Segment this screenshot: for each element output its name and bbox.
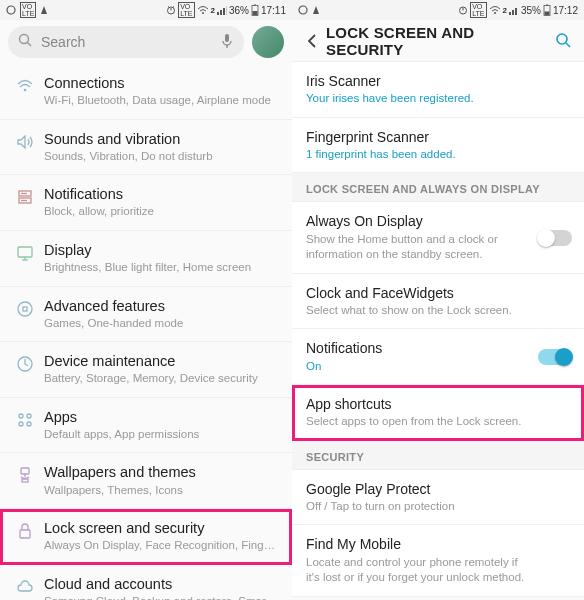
battery-percent: 36% xyxy=(229,5,249,16)
setting-item[interactable]: Fingerprint Scanner1 fingerprint has bee… xyxy=(292,118,584,174)
circle-icon xyxy=(298,5,308,15)
section-header: LOCK SCREEN AND ALWAYS ON DISPLAY xyxy=(292,173,584,202)
alarm-icon xyxy=(166,5,176,15)
settings-row-display[interactable]: DisplayBrightness, Blue light filter, Ho… xyxy=(0,231,292,287)
search-row: Search xyxy=(0,20,292,64)
circle-icon xyxy=(6,5,16,15)
item-title: Google Play Protect xyxy=(306,480,570,498)
row-subtitle: Wi-Fi, Bluetooth, Data usage, Airplane m… xyxy=(44,93,280,109)
setting-item[interactable]: Clock and FaceWidgetsSelect what to show… xyxy=(292,274,584,330)
svg-rect-8 xyxy=(220,10,222,15)
item-subtitle: Locate and control your phone remotely i… xyxy=(306,555,570,586)
lock-icon xyxy=(10,519,40,541)
lock-screen-security-pane: VOLTE 2 35% 17:12 LOCK SCREEN AND SECURI… xyxy=(292,0,584,600)
item-subtitle: Select apps to open from the Lock screen… xyxy=(306,414,570,430)
row-subtitle: Brightness, Blue light filter, Home scre… xyxy=(44,260,280,276)
page-title: LOCK SCREEN AND SECURITY xyxy=(326,24,550,58)
svg-point-38 xyxy=(299,6,307,14)
item-title: Fingerprint Scanner xyxy=(306,128,570,146)
svg-point-32 xyxy=(27,422,31,426)
row-title: Notifications xyxy=(44,185,280,203)
svg-rect-33 xyxy=(21,468,29,474)
settings-row-lock[interactable]: Lock screen and securityAlways On Displa… xyxy=(0,509,292,565)
connections-icon xyxy=(10,74,40,96)
triangle-icon xyxy=(40,5,48,15)
settings-row-cloud[interactable]: Cloud and accountsSamsung Cloud, Backup … xyxy=(0,565,292,600)
mic-icon[interactable] xyxy=(220,33,234,52)
profile-avatar[interactable] xyxy=(252,26,284,58)
svg-point-31 xyxy=(19,422,23,426)
settings-row-apps[interactable]: AppsDefault apps, App permissions xyxy=(0,398,292,454)
search-placeholder: Search xyxy=(41,34,220,50)
security-settings-list: Iris ScannerYour irises have been regist… xyxy=(292,62,584,597)
settings-row-wallpaper[interactable]: Wallpapers and themesWallpapers, Themes,… xyxy=(0,453,292,509)
settings-row-connections[interactable]: ConnectionsWi-Fi, Bluetooth, Data usage,… xyxy=(0,64,292,120)
status-lte-icon: VOLTE xyxy=(178,2,194,18)
svg-marker-39 xyxy=(313,6,319,14)
cloud-icon xyxy=(10,575,40,597)
sim-icon: 2 xyxy=(503,6,507,15)
item-title: Clock and FaceWidgets xyxy=(306,284,570,302)
row-subtitle: Samsung Cloud, Backup and restore, Smart… xyxy=(44,594,280,600)
row-subtitle: Sounds, Vibration, Do not disturb xyxy=(44,149,280,165)
back-button[interactable] xyxy=(300,32,326,50)
item-subtitle: On xyxy=(306,359,570,375)
row-subtitle: Battery, Storage, Memory, Device securit… xyxy=(44,371,280,387)
svg-rect-9 xyxy=(223,8,225,15)
setting-item[interactable]: NotificationsOn xyxy=(292,329,584,385)
item-title: Find My Mobile xyxy=(306,535,570,553)
svg-point-30 xyxy=(27,414,31,418)
battery-icon xyxy=(543,4,551,16)
notifications-icon xyxy=(10,185,40,207)
advanced-icon xyxy=(10,297,40,319)
row-subtitle: Always On Display, Face Recognition, Fin… xyxy=(44,538,280,554)
svg-point-49 xyxy=(557,34,567,44)
row-title: Device maintenance xyxy=(44,352,280,370)
status-bar: VOLTE 2 35% 17:12 xyxy=(292,0,584,20)
svg-point-26 xyxy=(18,302,32,316)
row-title: Sounds and vibration xyxy=(44,130,280,148)
status-bar: VOLTE VOLTE 2 36% 17:11 xyxy=(0,0,292,20)
svg-rect-43 xyxy=(509,12,511,15)
apps-icon xyxy=(10,408,40,430)
svg-rect-16 xyxy=(225,34,229,42)
settings-main-pane: VOLTE VOLTE 2 36% 17:11 Search Connectio… xyxy=(0,0,292,600)
svg-rect-12 xyxy=(254,5,256,6)
settings-row-maintenance[interactable]: Device maintenanceBattery, Storage, Memo… xyxy=(0,342,292,398)
search-input[interactable]: Search xyxy=(8,26,244,58)
status-lte-icon: VOLTE xyxy=(20,2,36,18)
svg-rect-13 xyxy=(252,11,257,15)
setting-item[interactable]: Google Play ProtectOff / Tap to turn on … xyxy=(292,470,584,526)
settings-row-sound[interactable]: Sounds and vibrationSounds, Vibration, D… xyxy=(0,120,292,176)
item-title: App shortcuts xyxy=(306,395,570,413)
setting-item[interactable]: Always On DisplayShow the Home button an… xyxy=(292,202,584,273)
svg-line-50 xyxy=(566,43,570,47)
toggle-switch[interactable] xyxy=(538,230,572,246)
svg-rect-7 xyxy=(217,12,219,15)
svg-rect-10 xyxy=(226,6,227,15)
wifi-icon xyxy=(489,5,501,15)
wallpaper-icon xyxy=(10,463,40,485)
svg-point-6 xyxy=(202,12,204,14)
setting-item[interactable]: Iris ScannerYour irises have been regist… xyxy=(292,62,584,118)
svg-line-15 xyxy=(28,43,32,47)
item-title: Always On Display xyxy=(306,212,570,230)
row-title: Display xyxy=(44,241,280,259)
svg-point-18 xyxy=(24,89,27,92)
setting-item[interactable]: App shortcutsSelect apps to open from th… xyxy=(292,385,584,441)
settings-row-advanced[interactable]: Advanced featuresGames, One-handed mode xyxy=(0,287,292,343)
row-subtitle: Block, allow, prioritize xyxy=(44,204,280,220)
svg-rect-47 xyxy=(546,5,548,6)
row-title: Wallpapers and themes xyxy=(44,463,280,481)
item-subtitle: Show the Home button and a clock or info… xyxy=(306,232,570,263)
row-title: Apps xyxy=(44,408,280,426)
item-title: Iris Scanner xyxy=(306,72,570,90)
settings-row-notifications[interactable]: NotificationsBlock, allow, prioritize xyxy=(0,175,292,231)
toggle-switch[interactable] xyxy=(538,349,572,365)
status-lte-icon: VOLTE xyxy=(470,2,486,18)
setting-item[interactable]: Find My MobileLocate and control your ph… xyxy=(292,525,584,596)
svg-line-5 xyxy=(173,7,175,8)
item-subtitle: Off / Tap to turn on protection xyxy=(306,499,570,515)
item-subtitle: Select what to show on the Lock screen. xyxy=(306,303,570,319)
header-search-button[interactable] xyxy=(550,32,576,49)
